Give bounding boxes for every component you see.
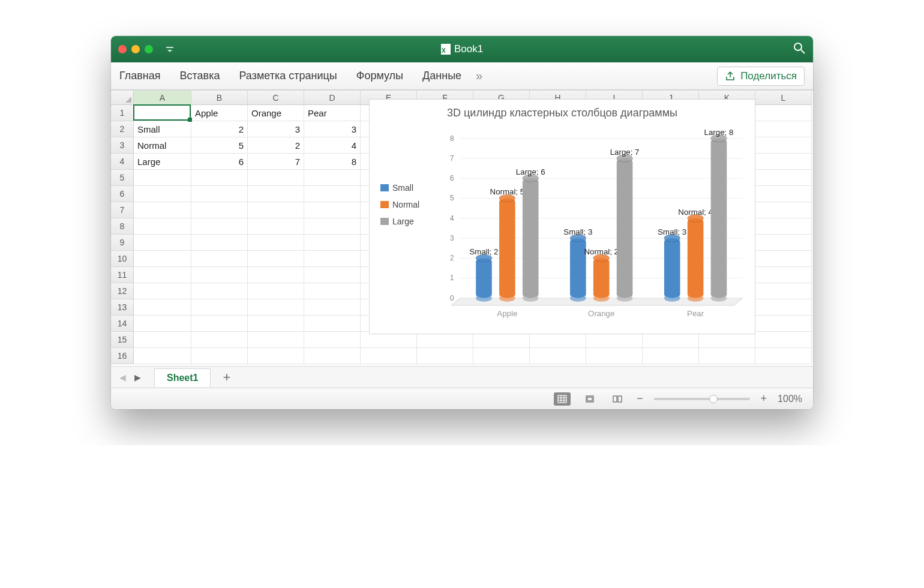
row-header[interactable]: 12 [111,283,134,299]
cell[interactable]: 2 [248,137,304,154]
cell[interactable] [134,235,191,251]
row-header[interactable]: 15 [111,332,134,348]
cell[interactable] [304,186,361,202]
column-header[interactable]: L [755,91,812,105]
cell[interactable] [248,251,304,267]
cell[interactable] [304,170,361,186]
cell[interactable] [304,218,361,235]
cell[interactable] [248,170,304,186]
cell[interactable] [304,202,361,218]
cell[interactable] [755,202,812,218]
cell[interactable] [191,267,248,283]
share-button[interactable]: Поделиться [717,67,805,86]
cell[interactable] [361,332,417,348]
cell[interactable] [586,348,643,364]
ribbon-tab-data[interactable]: Данные [422,70,461,82]
cell[interactable] [304,267,361,283]
cell[interactable] [417,332,473,348]
cell[interactable] [699,348,755,364]
cell[interactable] [755,316,812,332]
cell[interactable] [755,251,812,267]
cell[interactable]: Large [134,154,191,170]
cell[interactable] [755,186,812,202]
cell[interactable] [134,202,191,218]
cell[interactable] [134,332,191,348]
cell[interactable] [755,218,812,235]
zoom-slider-thumb[interactable] [709,395,718,403]
view-page-layout-button[interactable] [581,392,598,406]
cell[interactable] [191,186,248,202]
row-header[interactable]: 9 [111,235,134,251]
ribbon-more-icon[interactable]: » [476,69,482,83]
cell[interactable] [134,348,191,364]
cell[interactable] [134,105,191,121]
minimize-window-button[interactable] [131,45,140,53]
sheet-nav-prev-icon[interactable]: ◀ [118,373,127,382]
row-header[interactable]: 4 [111,154,134,170]
row-header[interactable]: 10 [111,251,134,267]
cell[interactable] [417,348,473,364]
cell[interactable] [755,137,812,154]
cell[interactable] [191,316,248,332]
add-sheet-button[interactable]: + [217,370,236,385]
cell[interactable] [473,348,530,364]
search-icon[interactable] [793,41,806,57]
cell[interactable] [191,218,248,235]
ribbon-tab-home[interactable]: Главная [119,70,161,82]
row-header[interactable]: 3 [111,137,134,154]
cell[interactable]: 3 [304,121,361,137]
row-header[interactable]: 2 [111,121,134,137]
cell[interactable] [304,348,361,364]
cell[interactable]: 8 [304,154,361,170]
cell[interactable] [530,332,586,348]
cell[interactable] [248,332,304,348]
cell[interactable] [248,267,304,283]
ribbon-tab-formulas[interactable]: Формулы [356,70,403,82]
view-normal-button[interactable] [554,392,571,406]
cell[interactable]: 3 [248,121,304,137]
row-header[interactable]: 8 [111,218,134,235]
cell[interactable] [304,251,361,267]
cell[interactable] [134,283,191,299]
row-header[interactable]: 1 [111,105,134,121]
row-header[interactable]: 13 [111,299,134,316]
cell[interactable] [191,299,248,316]
cell[interactable] [248,299,304,316]
cell[interactable] [191,170,248,186]
cell[interactable]: Orange [248,105,304,121]
cell[interactable] [473,332,530,348]
cell[interactable] [134,218,191,235]
cell[interactable]: Pear [304,105,361,121]
cell[interactable] [191,251,248,267]
maximize-window-button[interactable] [145,45,153,53]
cell[interactable] [530,348,586,364]
cell[interactable] [755,154,812,170]
cell[interactable] [755,267,812,283]
cell[interactable]: Apple [191,105,248,121]
cell[interactable] [248,186,304,202]
row-header[interactable]: 16 [111,348,134,364]
cell[interactable] [755,170,812,186]
column-header[interactable]: C [248,91,304,105]
cell[interactable] [755,105,812,121]
cell[interactable]: 6 [191,154,248,170]
view-page-break-button[interactable] [609,392,626,406]
column-header[interactable]: B [191,91,248,105]
close-window-button[interactable] [118,45,127,53]
cell[interactable] [755,283,812,299]
zoom-in-button[interactable]: + [761,392,767,405]
cell[interactable] [755,332,812,348]
column-header[interactable]: A [134,91,191,105]
cell[interactable] [134,267,191,283]
row-header[interactable]: 5 [111,170,134,186]
cell[interactable]: 7 [248,154,304,170]
sheet-nav-next-icon[interactable]: ▶ [133,373,142,382]
cell[interactable] [134,170,191,186]
cell[interactable] [134,186,191,202]
cell[interactable] [248,316,304,332]
cell[interactable] [248,202,304,218]
cell[interactable] [361,348,417,364]
cell[interactable] [304,316,361,332]
cell[interactable] [755,348,812,364]
cell[interactable] [134,299,191,316]
